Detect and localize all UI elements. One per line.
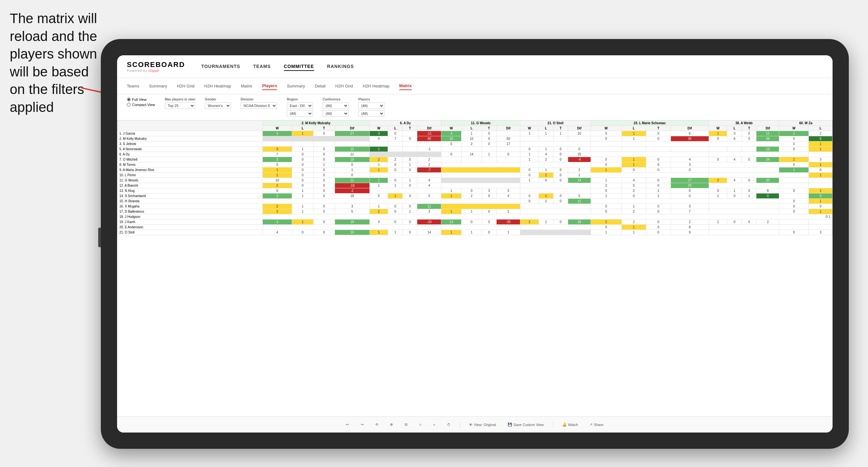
stoll-l: L	[538, 126, 553, 131]
cell	[568, 136, 591, 142]
toolbar-undo[interactable]: ↩	[343, 421, 351, 428]
cell: 8	[671, 225, 709, 230]
cell: 1	[553, 131, 568, 136]
cell: 1	[369, 167, 388, 173]
cell: 7	[671, 209, 709, 214]
nav-committee[interactable]: COMMITTEE	[284, 62, 314, 71]
cell: 0	[646, 230, 671, 235]
tab-detail[interactable]: Detail	[315, 82, 326, 90]
cell	[441, 173, 520, 178]
cell: 10	[441, 136, 462, 142]
col-schumac-header: 23. L Marie Schumac	[591, 121, 709, 126]
cell: 11	[568, 199, 591, 204]
cell: 2	[671, 219, 709, 225]
toolbar-add[interactable]: +	[431, 422, 438, 428]
cell: 0	[709, 188, 727, 193]
cell: 10	[568, 131, 591, 136]
cell: 1	[809, 188, 833, 193]
cell: 0	[441, 152, 462, 157]
tab-h2h-heatmap2[interactable]: H2H Heatmap	[363, 82, 389, 90]
cell: 0	[646, 136, 671, 142]
cell: 0	[520, 199, 539, 204]
nav-teams[interactable]: TEAMS	[253, 62, 271, 71]
cell: 0	[388, 219, 403, 225]
nav-rankings[interactable]: RANKINGS	[327, 62, 354, 71]
cell: -35	[496, 219, 520, 225]
cell: 4	[369, 219, 388, 225]
tab-players[interactable]: Players	[262, 82, 277, 90]
tab-teams[interactable]: Teams	[127, 82, 139, 90]
ady-w: W	[369, 126, 388, 131]
cell: 1	[462, 209, 482, 214]
cell: 0	[462, 219, 482, 225]
tab-matrix[interactable]: Matrix	[241, 82, 252, 90]
cell	[482, 147, 496, 152]
tab-h2h-grid2[interactable]: H2H Grid	[335, 82, 353, 90]
tab-summary2[interactable]: Summary	[287, 82, 305, 90]
toolbar-zoom-out[interactable]: ⊟	[402, 421, 410, 428]
cell: 1	[262, 167, 292, 173]
cell: 0	[403, 183, 417, 188]
cell: 0	[292, 167, 313, 173]
cell: 0	[482, 219, 496, 225]
nav-tournaments[interactable]: TOURNAMENTS	[201, 62, 240, 71]
cell: 0	[553, 178, 568, 183]
table-row: 2. M Kelly Mulcahy 07040 1010050 01035 0…	[117, 136, 833, 142]
cell: 0	[646, 219, 671, 225]
tab-summary[interactable]: Summary	[149, 82, 167, 90]
cell: 2	[779, 131, 809, 136]
cell: 0	[313, 173, 335, 178]
cell	[809, 178, 833, 183]
toolbar-reset[interactable]: =	[416, 422, 424, 428]
cell	[520, 204, 591, 209]
cell: 10	[262, 178, 292, 183]
cell: 0	[779, 230, 809, 235]
cell: 1	[403, 178, 417, 183]
cell: 0	[646, 209, 671, 214]
tab-h2h-heatmap[interactable]: H2H Heatmap	[204, 82, 231, 90]
cell: 0	[646, 183, 671, 188]
gender-select[interactable]: Women's	[205, 102, 231, 109]
cell	[591, 147, 621, 152]
cell: 0	[403, 219, 417, 225]
players-all-select[interactable]: (All)	[359, 110, 384, 117]
cell: 1	[538, 193, 553, 199]
cell	[441, 162, 520, 167]
cell: 0	[779, 204, 809, 209]
cell: 1	[482, 152, 496, 157]
toolbar-watch[interactable]: 🔔 Watch	[560, 421, 581, 428]
conference-select[interactable]: (All)	[322, 102, 349, 109]
cell: 24	[756, 157, 779, 162]
cell: 0	[388, 167, 403, 173]
region-select[interactable]: East - DII	[287, 102, 313, 109]
max-players-select[interactable]: Top 25	[165, 102, 195, 109]
cell: 0	[809, 193, 833, 199]
toolbar-refresh[interactable]: ⟲	[373, 421, 381, 428]
cell	[313, 142, 335, 147]
toolbar-redo[interactable]: ↪	[358, 421, 366, 428]
toolbar-save-custom[interactable]: 💾 Save Custom View	[505, 421, 546, 428]
toolbar-zoom-in[interactable]: ⊕	[388, 421, 396, 428]
division-select[interactable]: NCAA Division II	[241, 102, 277, 109]
tab-h2h-grid[interactable]: H2H Grid	[177, 82, 194, 90]
cell: 4	[727, 157, 742, 162]
cell	[779, 225, 809, 230]
cell	[262, 199, 369, 204]
toolbar-timer[interactable]: ⏱	[444, 422, 453, 428]
radio-full-view[interactable]: Full View	[127, 98, 155, 101]
region-all-select[interactable]: (All)	[287, 110, 313, 117]
cell-diag	[369, 152, 441, 157]
radio-compact-view[interactable]: Compact View	[127, 103, 155, 107]
cell: 0	[591, 162, 621, 167]
players-select[interactable]: (All)	[359, 102, 384, 109]
cell	[709, 142, 779, 147]
players-label: Players	[359, 98, 384, 101]
stoll-t: T	[553, 126, 568, 131]
matrix-area[interactable]: 2. M Kelly Mulcahy 6. A Dy 11. G Woods 2…	[117, 120, 833, 416]
tab-matrix-active[interactable]: Matrix	[399, 82, 412, 90]
toolbar-share[interactable]: ↗ Share	[587, 421, 606, 428]
cell: 0	[482, 209, 496, 214]
cell: 0	[335, 162, 369, 167]
toolbar-view-original[interactable]: 👁 View: Original	[466, 422, 499, 428]
conference-all-select[interactable]: (All)	[322, 110, 349, 117]
